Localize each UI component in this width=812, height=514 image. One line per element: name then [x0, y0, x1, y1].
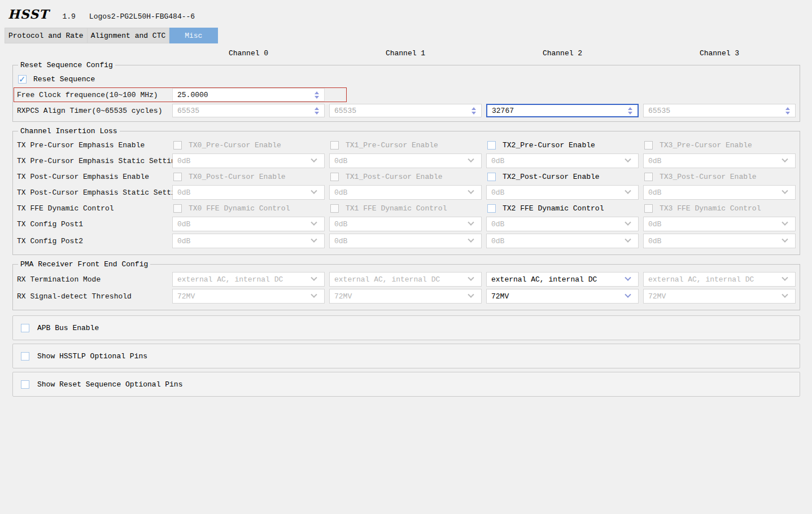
- rx-termination-select-ch2[interactable]: external AC, internal DC: [486, 272, 639, 287]
- tx0-post-cursor-enable-item: TX0_Post-Cursor Enable: [172, 170, 325, 183]
- tx-config-post1-select-ch1: 0dB: [329, 217, 482, 231]
- chevron-down-icon: [468, 219, 474, 226]
- rx-termination-select-ch1: external AC, internal DC: [329, 272, 482, 287]
- app-header: HSST 1.9 Logos2-PG2L50H-FBG484--6: [0, 0, 812, 21]
- chevron-down-icon: [468, 236, 474, 243]
- chevron-down-icon: [625, 219, 631, 226]
- chevron-down-icon: [782, 275, 788, 281]
- chevron-down-icon: [311, 275, 317, 281]
- rx-termination-mode-label: RX Termination Mode: [17, 275, 168, 284]
- rxpcs-spinbox-ch1: 65535: [329, 104, 482, 117]
- apb-bus-enable-checkbox[interactable]: [21, 324, 29, 332]
- show-hsstlp-optional-pins-checkbox[interactable]: [21, 352, 29, 361]
- chevron-down-icon: [782, 292, 788, 298]
- tx-ffe-dynamic-label: TX FFE Dynamic Control: [17, 204, 168, 213]
- show-reset-sequence-optional-pins-box: Show Reset Sequence Optional Pins: [12, 372, 800, 397]
- channel-0-header: Channel 0: [172, 49, 325, 58]
- app-title: HSST: [8, 7, 49, 21]
- tx-config-post2-select-ch1: 0dB: [329, 234, 482, 248]
- show-hsstlp-optional-pins-label: Show HSSTLP Optional Pins: [37, 352, 147, 361]
- free-clock-spinbox[interactable]: 25.0000: [172, 88, 325, 102]
- tx3-pre-cursor-enable-item: TX3_Pre-Cursor Enable: [643, 139, 796, 151]
- rxpcs-spinbox-ch2[interactable]: 32767: [486, 104, 639, 117]
- show-reset-sequence-optional-pins-label: Show Reset Sequence Optional Pins: [37, 380, 182, 389]
- tx-post-cursor-static-select-ch0: 0dB: [172, 185, 325, 200]
- channel-header-row: Channel 0 Channel 1 Channel 2 Channel 3: [17, 49, 812, 58]
- rxpcs-spinbox-ch3: 65535: [643, 104, 796, 117]
- rx-threshold-select-ch0: 72MV: [172, 289, 325, 304]
- rx-termination-select-ch0: external AC, internal DC: [172, 272, 325, 287]
- chevron-down-icon: [625, 275, 631, 281]
- tx-config-post2-select-ch0: 0dB: [172, 234, 325, 248]
- apb-bus-enable-box: APB Bus Enable: [12, 315, 800, 340]
- tx0-ffe-dynamic-checkbox: [173, 204, 182, 213]
- free-clock-label: Free Clock frequence(10~100 MHz): [17, 91, 172, 99]
- chevron-down-icon: [625, 292, 631, 298]
- tx1-pre-cursor-enable-checkbox: [330, 141, 339, 150]
- show-reset-sequence-optional-pins-checkbox[interactable]: [21, 380, 29, 389]
- reset-sequence-checkbox-item[interactable]: Reset Sequence: [17, 73, 800, 85]
- tx-pre-cursor-static-row: TX Pre-Cursor Emphasis Static Setting 0d…: [17, 153, 800, 168]
- channel-1-header: Channel 1: [329, 49, 482, 58]
- tx3-ffe-dynamic-checkbox: [644, 204, 653, 213]
- tx2-pre-cursor-enable-checkbox[interactable]: [487, 141, 496, 150]
- chevron-down-icon: [311, 156, 317, 162]
- tx0-post-cursor-enable-checkbox: [173, 173, 182, 181]
- reset-sequence-label: Reset Sequence: [33, 75, 95, 84]
- spinner-arrows-icon[interactable]: [628, 107, 632, 115]
- tab-misc[interactable]: Misc: [169, 28, 218, 43]
- tx-pre-cursor-static-select-ch3: 0dB: [643, 153, 796, 168]
- tx1-ffe-dynamic-checkbox: [330, 204, 339, 213]
- tx1-ffe-dynamic-item: TX1 FFE Dynamic Control: [329, 202, 482, 214]
- tx2-ffe-dynamic-checkbox[interactable]: [487, 204, 496, 213]
- rxpcs-label: RXPCS Align Timer(0~65535 cycles): [17, 107, 168, 115]
- rxpcs-spinbox-ch0: 65535: [172, 104, 325, 117]
- group-channel-insertion-loss-legend: Channel Insertion Loss: [18, 127, 120, 135]
- tx3-pre-cursor-enable-checkbox: [644, 141, 653, 150]
- tx2-ffe-dynamic-item[interactable]: TX2 FFE Dynamic Control: [486, 202, 639, 214]
- rx-threshold-select-ch1: 72MV: [329, 289, 482, 304]
- tx2-post-cursor-enable-item[interactable]: TX2_Post-Cursor Enable: [486, 170, 639, 183]
- tx-config-post1-select-ch0: 0dB: [172, 217, 325, 231]
- rx-termination-mode-row: RX Termination Mode external AC, interna…: [17, 272, 800, 287]
- tx-config-post2-select-ch3: 0dB: [643, 234, 796, 248]
- rxpcs-align-timer-row: RXPCS Align Timer(0~65535 cycles) 65535 …: [17, 104, 800, 117]
- tx-pre-cursor-enable-row: TX Pre-Cursor Emphasis Enable TX0_Pre-Cu…: [17, 139, 800, 151]
- tx-post-cursor-static-select-ch3: 0dB: [643, 185, 796, 200]
- chevron-down-icon: [468, 188, 474, 194]
- tx-config-post2-select-ch2: 0dB: [486, 234, 639, 248]
- app-version: 1.9: [62, 12, 75, 21]
- group-reset-sequence-config-legend: Reset Sequence Config: [18, 61, 115, 69]
- chevron-down-icon: [625, 188, 631, 194]
- rx-threshold-select-ch3: 72MV: [643, 289, 796, 304]
- channel-2-header: Channel 2: [486, 49, 639, 58]
- tab-alignment-and-ctc[interactable]: Alignment and CTC: [88, 28, 170, 43]
- chevron-down-icon: [625, 236, 631, 243]
- tx1-post-cursor-enable-checkbox: [330, 173, 339, 181]
- rx-termination-select-ch3: external AC, internal DC: [643, 272, 796, 287]
- show-hsstlp-optional-pins-item[interactable]: Show HSSTLP Optional Pins: [20, 350, 147, 362]
- free-clock-row-highlight: Free Clock frequence(10~100 MHz) 25.0000: [14, 87, 347, 102]
- tx2-post-cursor-enable-checkbox[interactable]: [487, 173, 496, 181]
- chevron-down-icon: [468, 292, 474, 298]
- tab-bar: Protocol and Rate Alignment and CTC Misc: [5, 28, 812, 43]
- spinner-arrows-icon: [315, 107, 319, 115]
- apb-bus-enable-item[interactable]: APB Bus Enable: [20, 322, 99, 334]
- tx-ffe-dynamic-row: TX FFE Dynamic Control TX0 FFE Dynamic C…: [17, 202, 800, 214]
- show-reset-sequence-optional-pins-item[interactable]: Show Reset Sequence Optional Pins: [20, 378, 182, 390]
- show-hsstlp-optional-pins-box: Show HSSTLP Optional Pins: [12, 344, 800, 368]
- tx-pre-cursor-static-label: TX Pre-Cursor Emphasis Static Setting: [17, 157, 168, 165]
- chevron-down-icon: [625, 156, 631, 162]
- chevron-down-icon: [311, 292, 317, 298]
- spinner-arrows-icon: [472, 107, 476, 115]
- chevron-down-icon: [782, 219, 788, 226]
- tx3-post-cursor-enable-item: TX3_Post-Cursor Enable: [643, 170, 796, 183]
- tab-protocol-and-rate[interactable]: Protocol and Rate: [5, 28, 88, 43]
- chevron-down-icon: [782, 188, 788, 194]
- reset-sequence-checkbox[interactable]: [18, 75, 27, 84]
- tx2-pre-cursor-enable-item[interactable]: TX2_Pre-Cursor Enable: [486, 139, 639, 151]
- group-pma-receiver-legend: PMA Receiver Front End Config: [18, 260, 150, 269]
- tx-pre-cursor-enable-label: TX Pre-Cursor Emphasis Enable: [17, 141, 168, 150]
- spinner-arrows-icon[interactable]: [315, 91, 319, 99]
- rx-threshold-select-ch2[interactable]: 72MV: [486, 289, 639, 304]
